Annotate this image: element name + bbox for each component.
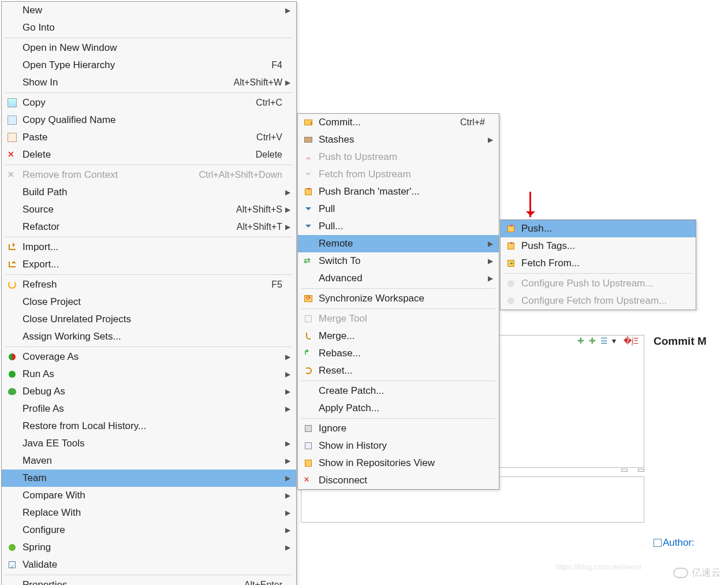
- menu-item-label: Replace With: [19, 507, 282, 519]
- panel-controls[interactable]: ▭ ▭: [621, 465, 648, 474]
- context-item-debug-as[interactable]: Debug As▶: [2, 383, 296, 400]
- context-item-new[interactable]: New▶: [2, 2, 296, 19]
- submenu-arrow-icon: ▶: [485, 240, 493, 248]
- icon-slot: [5, 59, 19, 71]
- team-item-stashes[interactable]: Stashes▶: [298, 131, 499, 148]
- list-icon[interactable]: ☰: [600, 336, 608, 344]
- context-item-open-in-new-window[interactable]: Open in New Window: [2, 39, 296, 57]
- csdn-watermark: https://blog.csdn.net/weixi: [555, 562, 641, 571]
- submenu-arrow-icon: ▶: [282, 457, 290, 465]
- menu-item-label: Close Unrelated Projects: [19, 314, 282, 325]
- pull-icon: [301, 203, 315, 215]
- menu-item-label: Go Into: [19, 22, 282, 33]
- config-fetch-icon: [504, 295, 518, 307]
- context-item-paste[interactable]: PasteCtrl+V: [2, 129, 296, 146]
- add-icon[interactable]: ✚: [577, 336, 585, 344]
- menu-separator: [5, 38, 293, 38]
- context-item-compare-with[interactable]: Compare With▶: [2, 487, 296, 504]
- pull-dialog-icon: [301, 221, 315, 232]
- menu-shortcut: Alt+Shift+S: [229, 204, 282, 215]
- submenu-arrow-icon: ▶: [282, 543, 290, 552]
- remote-item-push[interactable]: Push...: [501, 220, 696, 237]
- context-item-profile-as[interactable]: Profile As▶: [2, 400, 296, 418]
- repo-view-icon: [301, 457, 315, 469]
- remote-item-fetch-from[interactable]: Fetch From...: [501, 255, 696, 272]
- icon-slot: [5, 438, 19, 449]
- context-item-replace-with[interactable]: Replace With▶: [2, 504, 296, 521]
- menu-item-label: Show In: [19, 77, 227, 88]
- menu-item-label: Coverage As: [19, 351, 282, 363]
- toolbar: ✚ ✚ ☰ ▾ �įΞ: [577, 336, 632, 344]
- context-item-properties[interactable]: PropertiesAlt+Enter: [2, 576, 296, 585]
- team-item-show-in-repositories-view[interactable]: Show in Repositories View: [298, 454, 499, 472]
- team-item-synchronize-workspace[interactable]: Synchronize Workspace: [298, 290, 499, 307]
- team-item-show-in-history[interactable]: Show in History: [298, 437, 499, 454]
- menu-item-label: Source: [19, 204, 229, 215]
- add-all-icon[interactable]: ✚: [589, 336, 597, 344]
- context-item-export[interactable]: Export...: [2, 256, 296, 273]
- context-item-import[interactable]: Import...: [2, 239, 296, 256]
- team-item-ignore[interactable]: Ignore: [298, 420, 499, 437]
- remote-item-push-tags[interactable]: Push Tags...: [501, 237, 696, 255]
- icon-slot: [5, 403, 19, 415]
- team-item-rebase[interactable]: ↱Rebase...: [298, 345, 499, 362]
- context-item-copy-qualified-name[interactable]: Copy Qualified Name: [2, 111, 296, 129]
- icon-slot: [5, 331, 19, 342]
- context-item-show-in[interactable]: Show InAlt+Shift+W▶: [2, 74, 296, 91]
- context-item-refresh[interactable]: RefreshF5: [2, 276, 296, 293]
- team-item-push-branch-master[interactable]: Push Branch 'master'...: [298, 183, 499, 200]
- context-item-go-into[interactable]: Go Into: [2, 19, 296, 36]
- team-item-commit[interactable]: Commit...Ctrl+#: [298, 114, 499, 131]
- team-item-reset[interactable]: Reset...: [298, 362, 499, 379]
- context-item-spring[interactable]: Spring▶: [2, 539, 296, 556]
- delete-icon: ✕: [5, 149, 19, 161]
- menu-item-label: Copy Qualified Name: [19, 114, 282, 126]
- context-item-java-ee-tools[interactable]: Java EE Tools▶: [2, 435, 296, 452]
- menu-separator: [301, 381, 495, 381]
- context-item-close-unrelated-projects[interactable]: Close Unrelated Projects: [2, 311, 296, 328]
- submenu-arrow-icon: ▶: [485, 274, 493, 282]
- context-item-close-project[interactable]: Close Project: [2, 293, 296, 311]
- icon-slot: [301, 273, 315, 284]
- context-item-assign-working-sets[interactable]: Assign Working Sets...: [2, 328, 296, 345]
- menu-item-label: Compare With: [19, 490, 282, 501]
- menu-item-label: Restore from Local History...: [19, 420, 282, 432]
- context-item-validate[interactable]: Validate: [2, 556, 296, 573]
- team-item-switch-to[interactable]: ⇄Switch To▶: [298, 252, 499, 270]
- context-item-maven[interactable]: Maven▶: [2, 452, 296, 470]
- context-item-source[interactable]: SourceAlt+Shift+S▶: [2, 201, 296, 218]
- remote-submenu: Push...Push Tags...Fetch From...Configur…: [500, 219, 696, 310]
- context-item-restore-from-local-history[interactable]: Restore from Local History...: [2, 418, 296, 435]
- team-item-remote[interactable]: Remote▶: [298, 235, 499, 252]
- team-item-merge[interactable]: Merge...: [298, 327, 499, 345]
- team-item-pull[interactable]: Pull: [298, 200, 499, 218]
- team-item-create-patch[interactable]: Create Patch...: [298, 382, 499, 400]
- team-item-advanced[interactable]: Advanced▶: [298, 270, 499, 287]
- submenu-arrow-icon: ▶: [282, 474, 290, 482]
- menu-item-label: Push to Upstream: [315, 151, 485, 163]
- spring-icon: [5, 542, 19, 553]
- team-item-disconnect[interactable]: ⤫Disconnect: [298, 472, 499, 489]
- menu-item-label: Spring: [19, 542, 282, 553]
- menu-item-label: Export...: [19, 259, 282, 270]
- context-item-configure[interactable]: Configure▶: [2, 521, 296, 539]
- context-item-copy[interactable]: CopyCtrl+C: [2, 94, 296, 111]
- context-item-refactor[interactable]: RefactorAlt+Shift+T▶: [2, 218, 296, 236]
- icon-slot: [5, 579, 19, 585]
- submenu-arrow-icon: ▶: [282, 509, 290, 517]
- team-item-apply-patch[interactable]: Apply Patch...: [298, 400, 499, 417]
- menu-item-label: Show in Repositories View: [315, 457, 485, 469]
- context-menu: New▶Go IntoOpen in New WindowOpen Type H…: [1, 1, 297, 585]
- context-item-run-as[interactable]: Run As▶: [2, 366, 296, 383]
- icon-slot: [5, 22, 19, 33]
- context-item-build-path[interactable]: Build Path▶: [2, 184, 296, 201]
- team-item-pull[interactable]: Pull...: [298, 218, 499, 235]
- team-item-merge-tool: Merge Tool: [298, 310, 499, 327]
- context-item-open-type-hierarchy[interactable]: Open Type HierarchyF4: [2, 57, 296, 74]
- tree-icon[interactable]: �įΞ: [624, 336, 632, 344]
- menu-item-label: Configure Push to Upstream...: [518, 278, 682, 289]
- context-item-coverage-as[interactable]: Coverage As▶: [2, 348, 296, 366]
- context-item-delete[interactable]: ✕DeleteDelete: [2, 146, 296, 163]
- context-item-team[interactable]: Team▶: [2, 470, 296, 487]
- dropdown-icon[interactable]: ▾: [612, 336, 620, 344]
